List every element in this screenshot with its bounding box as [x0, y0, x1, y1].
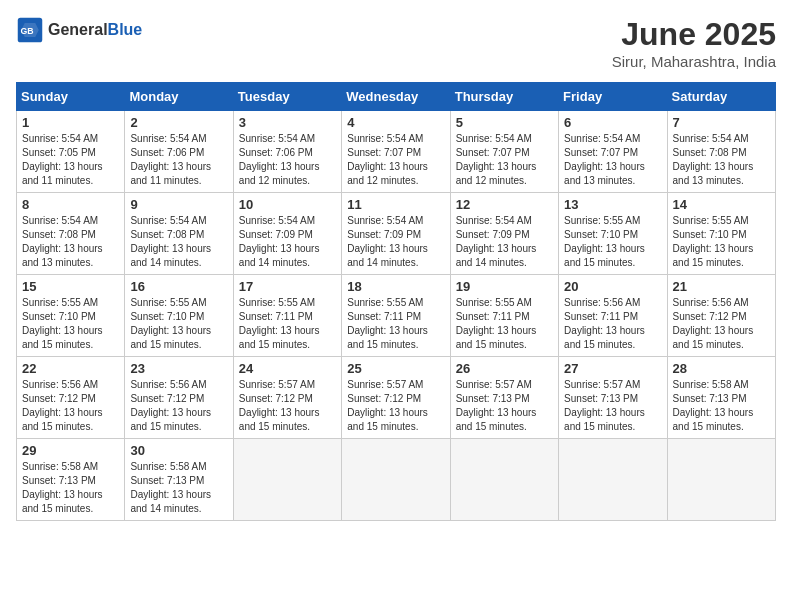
day-number: 11 [347, 197, 444, 212]
week-row-2: 8Sunrise: 5:54 AM Sunset: 7:08 PM Daylig… [17, 193, 776, 275]
day-info: Sunrise: 5:57 AM Sunset: 7:12 PM Dayligh… [347, 378, 444, 434]
day-cell: 26Sunrise: 5:57 AM Sunset: 7:13 PM Dayli… [450, 357, 558, 439]
calendar-body: 1Sunrise: 5:54 AM Sunset: 7:05 PM Daylig… [17, 111, 776, 521]
day-info: Sunrise: 5:58 AM Sunset: 7:13 PM Dayligh… [22, 460, 119, 516]
day-cell: 5Sunrise: 5:54 AM Sunset: 7:07 PM Daylig… [450, 111, 558, 193]
day-number: 28 [673, 361, 770, 376]
day-info: Sunrise: 5:57 AM Sunset: 7:13 PM Dayligh… [564, 378, 661, 434]
day-cell: 30Sunrise: 5:58 AM Sunset: 7:13 PM Dayli… [125, 439, 233, 521]
day-info: Sunrise: 5:56 AM Sunset: 7:12 PM Dayligh… [673, 296, 770, 352]
day-number: 22 [22, 361, 119, 376]
day-info: Sunrise: 5:55 AM Sunset: 7:10 PM Dayligh… [22, 296, 119, 352]
calendar-title: June 2025 [612, 16, 776, 53]
day-cell: 9Sunrise: 5:54 AM Sunset: 7:08 PM Daylig… [125, 193, 233, 275]
day-info: Sunrise: 5:55 AM Sunset: 7:11 PM Dayligh… [456, 296, 553, 352]
day-cell: 8Sunrise: 5:54 AM Sunset: 7:08 PM Daylig… [17, 193, 125, 275]
day-cell: 24Sunrise: 5:57 AM Sunset: 7:12 PM Dayli… [233, 357, 341, 439]
day-number: 30 [130, 443, 227, 458]
day-cell: 25Sunrise: 5:57 AM Sunset: 7:12 PM Dayli… [342, 357, 450, 439]
day-info: Sunrise: 5:56 AM Sunset: 7:12 PM Dayligh… [22, 378, 119, 434]
day-info: Sunrise: 5:54 AM Sunset: 7:07 PM Dayligh… [456, 132, 553, 188]
day-number: 9 [130, 197, 227, 212]
day-number: 4 [347, 115, 444, 130]
day-cell: 10Sunrise: 5:54 AM Sunset: 7:09 PM Dayli… [233, 193, 341, 275]
day-number: 27 [564, 361, 661, 376]
day-number: 2 [130, 115, 227, 130]
day-cell: 23Sunrise: 5:56 AM Sunset: 7:12 PM Dayli… [125, 357, 233, 439]
day-cell [342, 439, 450, 521]
header-cell-friday: Friday [559, 83, 667, 111]
day-number: 24 [239, 361, 336, 376]
day-info: Sunrise: 5:57 AM Sunset: 7:13 PM Dayligh… [456, 378, 553, 434]
week-row-3: 15Sunrise: 5:55 AM Sunset: 7:10 PM Dayli… [17, 275, 776, 357]
day-cell: 21Sunrise: 5:56 AM Sunset: 7:12 PM Dayli… [667, 275, 775, 357]
day-info: Sunrise: 5:56 AM Sunset: 7:11 PM Dayligh… [564, 296, 661, 352]
day-cell: 13Sunrise: 5:55 AM Sunset: 7:10 PM Dayli… [559, 193, 667, 275]
day-info: Sunrise: 5:54 AM Sunset: 7:09 PM Dayligh… [347, 214, 444, 270]
header: GB GeneralBlue June 2025 Sirur, Maharash… [16, 16, 776, 70]
header-cell-monday: Monday [125, 83, 233, 111]
day-cell: 11Sunrise: 5:54 AM Sunset: 7:09 PM Dayli… [342, 193, 450, 275]
week-row-1: 1Sunrise: 5:54 AM Sunset: 7:05 PM Daylig… [17, 111, 776, 193]
day-info: Sunrise: 5:55 AM Sunset: 7:10 PM Dayligh… [130, 296, 227, 352]
week-row-5: 29Sunrise: 5:58 AM Sunset: 7:13 PM Dayli… [17, 439, 776, 521]
day-cell: 16Sunrise: 5:55 AM Sunset: 7:10 PM Dayli… [125, 275, 233, 357]
day-cell: 1Sunrise: 5:54 AM Sunset: 7:05 PM Daylig… [17, 111, 125, 193]
day-number: 17 [239, 279, 336, 294]
calendar-subtitle: Sirur, Maharashtra, India [612, 53, 776, 70]
header-cell-tuesday: Tuesday [233, 83, 341, 111]
day-cell: 14Sunrise: 5:55 AM Sunset: 7:10 PM Dayli… [667, 193, 775, 275]
day-cell: 19Sunrise: 5:55 AM Sunset: 7:11 PM Dayli… [450, 275, 558, 357]
day-info: Sunrise: 5:57 AM Sunset: 7:12 PM Dayligh… [239, 378, 336, 434]
day-info: Sunrise: 5:54 AM Sunset: 7:06 PM Dayligh… [130, 132, 227, 188]
logo-icon: GB [16, 16, 44, 44]
day-cell: 28Sunrise: 5:58 AM Sunset: 7:13 PM Dayli… [667, 357, 775, 439]
day-info: Sunrise: 5:55 AM Sunset: 7:10 PM Dayligh… [673, 214, 770, 270]
day-info: Sunrise: 5:54 AM Sunset: 7:09 PM Dayligh… [239, 214, 336, 270]
day-cell [233, 439, 341, 521]
day-number: 25 [347, 361, 444, 376]
logo: GB GeneralBlue [16, 16, 142, 44]
day-info: Sunrise: 5:54 AM Sunset: 7:09 PM Dayligh… [456, 214, 553, 270]
day-cell [450, 439, 558, 521]
day-info: Sunrise: 5:56 AM Sunset: 7:12 PM Dayligh… [130, 378, 227, 434]
day-cell: 29Sunrise: 5:58 AM Sunset: 7:13 PM Dayli… [17, 439, 125, 521]
day-number: 5 [456, 115, 553, 130]
day-info: Sunrise: 5:54 AM Sunset: 7:07 PM Dayligh… [564, 132, 661, 188]
header-cell-thursday: Thursday [450, 83, 558, 111]
day-number: 15 [22, 279, 119, 294]
day-info: Sunrise: 5:54 AM Sunset: 7:06 PM Dayligh… [239, 132, 336, 188]
day-cell: 27Sunrise: 5:57 AM Sunset: 7:13 PM Dayli… [559, 357, 667, 439]
day-info: Sunrise: 5:58 AM Sunset: 7:13 PM Dayligh… [673, 378, 770, 434]
day-number: 20 [564, 279, 661, 294]
day-number: 13 [564, 197, 661, 212]
day-number: 16 [130, 279, 227, 294]
day-number: 21 [673, 279, 770, 294]
day-info: Sunrise: 5:54 AM Sunset: 7:08 PM Dayligh… [130, 214, 227, 270]
day-number: 19 [456, 279, 553, 294]
header-cell-saturday: Saturday [667, 83, 775, 111]
day-number: 7 [673, 115, 770, 130]
day-cell: 17Sunrise: 5:55 AM Sunset: 7:11 PM Dayli… [233, 275, 341, 357]
day-number: 26 [456, 361, 553, 376]
day-number: 1 [22, 115, 119, 130]
week-row-4: 22Sunrise: 5:56 AM Sunset: 7:12 PM Dayli… [17, 357, 776, 439]
title-area: June 2025 Sirur, Maharashtra, India [612, 16, 776, 70]
day-cell: 22Sunrise: 5:56 AM Sunset: 7:12 PM Dayli… [17, 357, 125, 439]
day-info: Sunrise: 5:58 AM Sunset: 7:13 PM Dayligh… [130, 460, 227, 516]
day-info: Sunrise: 5:55 AM Sunset: 7:11 PM Dayligh… [239, 296, 336, 352]
day-info: Sunrise: 5:55 AM Sunset: 7:10 PM Dayligh… [564, 214, 661, 270]
day-cell: 15Sunrise: 5:55 AM Sunset: 7:10 PM Dayli… [17, 275, 125, 357]
day-number: 8 [22, 197, 119, 212]
day-info: Sunrise: 5:55 AM Sunset: 7:11 PM Dayligh… [347, 296, 444, 352]
day-info: Sunrise: 5:54 AM Sunset: 7:08 PM Dayligh… [673, 132, 770, 188]
day-cell: 3Sunrise: 5:54 AM Sunset: 7:06 PM Daylig… [233, 111, 341, 193]
day-number: 10 [239, 197, 336, 212]
day-cell: 18Sunrise: 5:55 AM Sunset: 7:11 PM Dayli… [342, 275, 450, 357]
day-number: 12 [456, 197, 553, 212]
day-number: 29 [22, 443, 119, 458]
logo-general: GeneralBlue [48, 21, 142, 39]
day-number: 3 [239, 115, 336, 130]
day-cell: 2Sunrise: 5:54 AM Sunset: 7:06 PM Daylig… [125, 111, 233, 193]
day-cell: 4Sunrise: 5:54 AM Sunset: 7:07 PM Daylig… [342, 111, 450, 193]
